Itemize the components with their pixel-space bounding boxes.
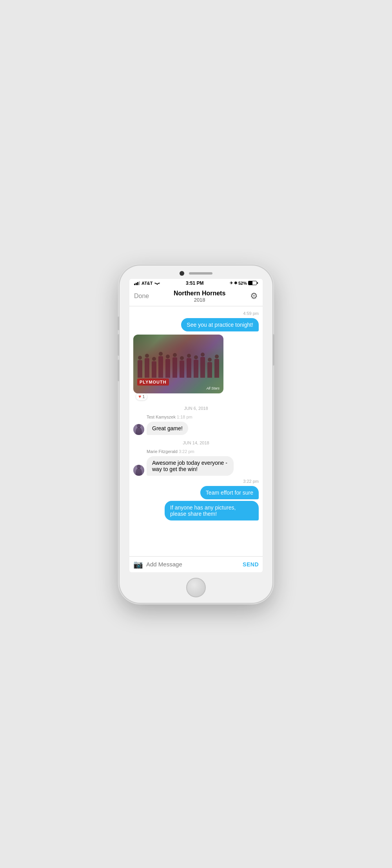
group-name: Northern Hornets [174,290,225,297]
received-bubble-1: Great game! [147,422,188,435]
carrier-label: AT&T [142,281,153,286]
received-bubble-2: Awesome job today everyone - way to get … [147,456,234,476]
earpiece [189,272,212,275]
reaction-badge[interactable]: ♥ 1 [136,393,147,400]
group-year: 2018 [174,297,225,303]
team-sub: All Stars [206,386,220,390]
done-button[interactable]: Done [134,293,149,300]
power-button[interactable] [272,334,274,366]
chat-area: 4:59 pm See you at practice tonight! [129,306,263,556]
wifi-icon [154,281,160,285]
status-right: ✈ ✱ 52% [230,281,258,286]
volume-up-button[interactable] [118,334,120,356]
battery-icon [248,281,258,285]
phone-top [120,266,272,276]
team-banner: PLYMOUTH [137,378,169,386]
send-button[interactable]: SEND [243,561,259,568]
screen: AT&T 3:51 PM ✈ ✱ 52% [129,279,263,572]
status-bar: AT&T 3:51 PM ✈ ✱ 52% [129,279,263,288]
timestamp-1: 4:59 pm [133,311,259,316]
reaction-count: 1 [142,394,145,399]
sent-bubble-2: Team effort for sure [200,486,259,499]
people-silhouettes [133,346,223,378]
camera-button[interactable]: 📷 [133,560,143,569]
timestamp-2: 3:22 pm [133,479,259,484]
received-row-2: Awesome job today everyone - way to get … [133,456,234,476]
home-button[interactable] [186,578,206,597]
nav-header: Done Northern Hornets 2018 ⚙ [129,288,263,306]
team-photo[interactable]: PLYMOUTH All Stars [133,335,223,393]
sender-name-1: Test Kamyszek 1:18 pm [147,415,259,419]
mute-button[interactable] [118,317,120,330]
date-divider-2: JUN 14, 2018 [133,440,259,445]
sent-bubble-3: If anyone has any pictures, please share… [165,501,259,520]
status-time: 3:51 PM [186,280,203,286]
message-input[interactable] [146,561,240,568]
sent-bubble-1: See you at practice tonight! [181,318,259,331]
date-divider-1: JUN 6, 2018 [133,406,259,411]
signal-icon [134,281,140,285]
input-bar: 📷 SEND [129,556,263,572]
received-row-1: Great game! [133,422,188,435]
avatar-2 [133,465,144,476]
settings-icon[interactable]: ⚙ [250,291,258,301]
phone-frame: AT&T 3:51 PM ✈ ✱ 52% [120,266,272,603]
status-left: AT&T [134,281,160,286]
sender-name-2: Marie Fitzgerald 3:22 pm [147,449,259,454]
front-camera [180,271,184,276]
location-icon: ✈ [230,281,233,285]
nav-title-block: Northern Hornets 2018 [174,290,225,303]
avatar-1 [133,424,144,435]
heart-icon: ♥ [138,394,141,399]
battery-percent: 52% [238,281,247,286]
volume-down-button[interactable] [118,360,120,381]
bluetooth-icon: ✱ [234,281,237,285]
